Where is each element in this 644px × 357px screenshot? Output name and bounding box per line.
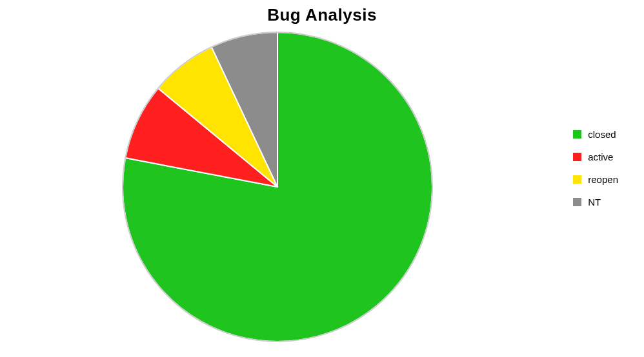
pie-chart: Bug Analysis closedactivereopenNT — [0, 0, 644, 357]
chart-title: Bug Analysis — [0, 5, 644, 25]
pie-svg — [116, 26, 439, 348]
legend-label: NT — [588, 197, 601, 207]
legend-item-active: active — [573, 151, 618, 162]
legend-swatch — [573, 198, 581, 206]
legend-label: closed — [588, 129, 616, 140]
legend: closedactivereopenNT — [573, 129, 618, 219]
legend-label: active — [588, 151, 613, 162]
legend-label: reopen — [588, 174, 618, 185]
legend-item-reopen: reopen — [573, 174, 618, 185]
pie-plot-area — [116, 26, 439, 348]
legend-item-closed: closed — [573, 129, 618, 140]
legend-swatch — [573, 175, 581, 184]
legend-swatch — [573, 153, 581, 161]
legend-item-NT: NT — [573, 197, 618, 207]
legend-swatch — [573, 130, 581, 139]
